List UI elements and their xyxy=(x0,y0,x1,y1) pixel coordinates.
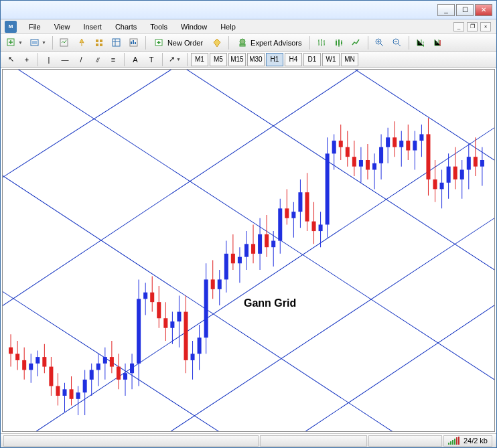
svg-rect-4 xyxy=(113,39,120,46)
new-order-button[interactable]: New Order xyxy=(149,35,208,50)
status-bar: 24/2 kb xyxy=(1,433,496,447)
navigator-button[interactable] xyxy=(74,35,90,50)
minimize-button[interactable]: _ xyxy=(437,4,455,16)
svg-rect-149 xyxy=(426,134,430,179)
data-window-button[interactable] xyxy=(109,35,125,50)
timeframe-d1[interactable]: D1 xyxy=(303,53,321,66)
chevron-down-icon: ▼ xyxy=(18,40,23,45)
strategy-tester-button[interactable] xyxy=(126,35,142,50)
svg-rect-119 xyxy=(326,153,330,224)
svg-rect-95 xyxy=(244,244,248,256)
timeframe-m1[interactable]: M1 xyxy=(191,53,208,66)
svg-rect-157 xyxy=(453,167,457,179)
new-order-label: New Order xyxy=(167,39,203,47)
svg-rect-115 xyxy=(312,222,316,231)
separator xyxy=(124,53,125,66)
arrows-tool[interactable]: ↗▼ xyxy=(166,52,184,67)
market-watch-button[interactable] xyxy=(56,35,72,50)
svg-rect-97 xyxy=(251,244,255,253)
svg-rect-29 xyxy=(22,360,26,370)
menu-charts[interactable]: Charts xyxy=(109,21,143,33)
chart-shift-button[interactable] xyxy=(430,35,446,50)
navigator-icon xyxy=(76,38,87,48)
maximize-button[interactable]: ☐ xyxy=(456,4,474,16)
candle-chart-button[interactable] xyxy=(331,35,347,50)
horizontal-line-tool[interactable]: — xyxy=(58,52,72,67)
svg-rect-143 xyxy=(406,141,410,150)
svg-rect-45 xyxy=(76,392,80,399)
svg-rect-61 xyxy=(130,364,134,373)
status-kb: 24/2 kb xyxy=(464,437,488,445)
svg-rect-89 xyxy=(224,254,228,280)
svg-rect-135 xyxy=(379,147,383,163)
profiles-button[interactable]: ▼ xyxy=(27,35,49,50)
zoom-out-button[interactable] xyxy=(389,35,405,50)
svg-rect-75 xyxy=(177,312,181,321)
diamond-icon xyxy=(212,38,222,48)
menu-file[interactable]: File xyxy=(22,21,48,33)
expert-advisors-button[interactable]: Expert Advisors xyxy=(232,35,306,50)
timeframe-m5[interactable]: M5 xyxy=(210,53,227,66)
mdi-restore-button[interactable]: ❐ xyxy=(467,22,478,31)
svg-rect-117 xyxy=(319,224,323,231)
cursor-tool[interactable]: ↖ xyxy=(3,52,18,67)
terminal-button[interactable] xyxy=(91,35,107,50)
svg-rect-155 xyxy=(447,167,451,183)
chevron-down-icon: ▼ xyxy=(42,40,46,45)
timeframe-h1[interactable]: H1 xyxy=(266,53,283,66)
menu-help[interactable]: Help xyxy=(214,21,242,33)
svg-rect-109 xyxy=(291,212,295,218)
menu-view[interactable]: View xyxy=(48,21,77,33)
channel-tool[interactable]: ⫽ xyxy=(90,52,104,67)
separator xyxy=(187,53,188,66)
autotrading-button[interactable] xyxy=(209,35,225,50)
status-info xyxy=(260,435,367,447)
connection-bars-icon xyxy=(448,437,459,445)
svg-rect-10 xyxy=(338,40,340,46)
svg-rect-87 xyxy=(218,279,222,289)
title-bar: _ ☐ ✕ xyxy=(1,1,496,19)
separator xyxy=(368,36,368,50)
chevron-down-icon: ▼ xyxy=(176,57,181,62)
svg-rect-35 xyxy=(42,357,46,366)
svg-rect-159 xyxy=(460,169,464,179)
tester-icon xyxy=(129,38,139,48)
auto-scroll-button[interactable] xyxy=(413,35,429,50)
menu-window[interactable]: Window xyxy=(174,21,214,33)
timeframe-m30[interactable]: M30 xyxy=(247,53,265,66)
crosshair-tool[interactable]: + xyxy=(19,52,34,67)
trendline-tool[interactable]: / xyxy=(74,52,88,67)
bar-chart-button[interactable] xyxy=(313,35,330,50)
svg-rect-123 xyxy=(339,141,343,147)
zoom-out-icon xyxy=(392,38,403,48)
bar-chart-icon xyxy=(316,38,327,48)
svg-rect-79 xyxy=(191,354,195,360)
mdi-minimize-button[interactable]: _ xyxy=(453,22,464,31)
timeframe-mn[interactable]: MN xyxy=(341,53,358,66)
svg-rect-163 xyxy=(474,157,478,166)
vertical-line-tool[interactable]: | xyxy=(42,52,56,67)
timeframe-w1[interactable]: W1 xyxy=(322,53,340,66)
mdi-close-button[interactable]: × xyxy=(480,22,491,31)
new-chart-button[interactable]: ▼ xyxy=(3,35,25,50)
svg-rect-69 xyxy=(157,302,161,318)
timeframe-h4[interactable]: H4 xyxy=(285,53,302,66)
close-button[interactable]: ✕ xyxy=(475,4,492,16)
menu-insert[interactable]: Insert xyxy=(76,21,109,33)
chart-area[interactable]: Gann Grid xyxy=(2,69,495,432)
menu-tools[interactable]: Tools xyxy=(143,21,174,33)
svg-rect-67 xyxy=(150,293,154,302)
line-chart-button[interactable] xyxy=(348,35,364,50)
fibonacci-tool[interactable]: ≡ xyxy=(106,52,121,67)
svg-rect-49 xyxy=(90,370,94,379)
svg-rect-141 xyxy=(399,141,403,147)
zoom-in-button[interactable] xyxy=(372,35,388,50)
svg-rect-27 xyxy=(15,354,19,360)
svg-rect-53 xyxy=(103,357,107,364)
market-watch-icon xyxy=(59,38,70,48)
status-help xyxy=(3,435,259,447)
text-label-tool[interactable]: T xyxy=(144,52,159,67)
text-tool[interactable]: A xyxy=(128,52,143,67)
timeframe-m15[interactable]: M15 xyxy=(228,53,246,66)
profile-icon xyxy=(29,38,40,48)
